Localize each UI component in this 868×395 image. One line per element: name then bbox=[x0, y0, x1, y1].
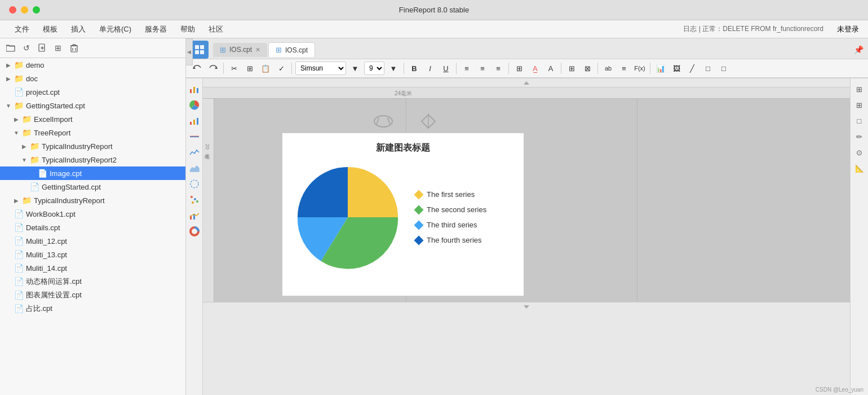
right-panel-btn-2[interactable]: ⊞ bbox=[853, 99, 866, 111]
menu-cell[interactable]: 单元格(C) bbox=[94, 22, 137, 37]
login-status[interactable]: 未登录 bbox=[837, 24, 859, 34]
cell-btn[interactable]: ab bbox=[601, 62, 615, 75]
delete-btn[interactable] bbox=[68, 42, 80, 54]
right-panel-globe-btn[interactable]: ⊙ bbox=[853, 146, 866, 159]
tree-label: Image.cpt bbox=[50, 169, 82, 178]
grid-btn[interactable]: ⊞ bbox=[52, 42, 64, 54]
merge-btn[interactable]: ⊠ bbox=[581, 62, 594, 75]
menu-community[interactable]: 社区 bbox=[203, 22, 229, 37]
area-chart-icon[interactable] bbox=[188, 162, 201, 174]
tree-item-muliti12[interactable]: 📄 Muliti_12.cpt bbox=[0, 234, 185, 248]
scroll-down-btn[interactable] bbox=[203, 302, 850, 311]
tree-label: 图表属性设置.cpt bbox=[26, 290, 82, 300]
align-v-btn[interactable]: ≡ bbox=[617, 62, 631, 75]
svg-rect-21 bbox=[190, 122, 192, 125]
font-size-dropdown[interactable]: ▼ bbox=[387, 62, 400, 75]
sparkline-icon[interactable] bbox=[188, 146, 201, 159]
text-box-btn[interactable]: □ bbox=[701, 62, 715, 75]
table-btn[interactable]: ⊞ bbox=[565, 62, 578, 75]
tree-item-project[interactable]: 📄 project.cpt bbox=[0, 85, 185, 99]
line-btn[interactable]: ╱ bbox=[685, 62, 699, 75]
line-chart-icon[interactable] bbox=[188, 115, 201, 127]
chart-btn[interactable]: 📊 bbox=[654, 62, 667, 75]
donut-icon[interactable] bbox=[188, 225, 201, 238]
highlight-btn[interactable]: A̲ bbox=[528, 62, 542, 75]
tree-item-doc[interactable]: ▶ 📁 doc bbox=[0, 72, 185, 85]
menu-server[interactable]: 服务器 bbox=[139, 22, 172, 37]
tree-item-muliti13[interactable]: 📄 Muliti_13.cpt bbox=[0, 248, 185, 261]
refresh-btn[interactable]: ↺ bbox=[20, 42, 33, 54]
format-painter-btn[interactable]: ✓ bbox=[274, 62, 288, 75]
tree-item-image-cpt[interactable]: 📄 Image.cpt bbox=[0, 166, 185, 180]
shape-btn[interactable]: □ bbox=[717, 62, 730, 75]
tab-pin-btn[interactable]: 📌 bbox=[854, 45, 863, 54]
tree-item-typicalindustry1[interactable]: ▶ 📁 TypicalIndustryReport bbox=[0, 139, 185, 153]
cut-btn[interactable]: ✂ bbox=[227, 62, 241, 75]
right-panel-btn-3[interactable]: □ bbox=[853, 115, 866, 127]
new-file-btn[interactable] bbox=[36, 42, 48, 54]
right-panel-ruler-btn[interactable]: 📐 bbox=[853, 162, 866, 174]
main-layout: ↺ ⊞ ▶ 📁 demo ▶ 📁 doc 📄 project.cpt ▼ bbox=[0, 38, 868, 395]
italic-btn[interactable]: I bbox=[423, 62, 437, 75]
align-center-btn[interactable]: ≡ bbox=[476, 62, 489, 75]
menu-file[interactable]: 文件 bbox=[9, 22, 35, 37]
scroll-up-btn[interactable] bbox=[203, 78, 850, 87]
underline-btn[interactable]: U bbox=[439, 62, 453, 75]
formula-btn[interactable]: F(x) bbox=[633, 62, 646, 75]
file-icon: 📄 bbox=[14, 276, 24, 287]
tree-item-details[interactable]: 📄 Details.cpt bbox=[0, 221, 185, 234]
bold-btn[interactable]: B bbox=[408, 62, 421, 75]
file-icon: 📄 bbox=[14, 87, 24, 97]
tree-item-treereport[interactable]: ▼ 📁 TreeReport bbox=[0, 126, 185, 139]
sidebar-collapse-btn[interactable]: ◀ bbox=[186, 38, 193, 65]
tree-item-zhanbi[interactable]: 📄 占比.cpt bbox=[0, 302, 185, 315]
pie-chart[interactable] bbox=[291, 161, 404, 274]
main-canvas[interactable]: 新建图表标题 bbox=[214, 99, 850, 302]
chart-container[interactable]: 新建图表标题 bbox=[282, 133, 524, 296]
menu-template[interactable]: 模板 bbox=[37, 22, 63, 37]
redo-btn[interactable] bbox=[206, 62, 220, 75]
tab-close-btn[interactable]: ✕ bbox=[255, 46, 260, 54]
tree-item-typicalindustry3[interactable]: ▶ 📁 TypicalIndustryReport bbox=[0, 194, 185, 207]
copy-btn[interactable]: ⊞ bbox=[243, 62, 256, 75]
tree-item-excelimport[interactable]: ▶ 📁 ExcelImport bbox=[0, 112, 185, 126]
tree-item-dynamic[interactable]: 📄 动态格间运算.cpt bbox=[0, 275, 185, 288]
font-size-select[interactable]: 9 bbox=[364, 62, 384, 75]
menu-insert[interactable]: 插入 bbox=[65, 22, 91, 37]
tree-item-gettingstarted2[interactable]: 📄 GettingStarted.cpt bbox=[0, 180, 185, 194]
svg-rect-19 bbox=[197, 88, 198, 93]
tab-ios-1[interactable]: ⊞ IOS.cpt ✕ bbox=[213, 43, 267, 57]
paste-btn[interactable]: 📋 bbox=[259, 62, 272, 75]
tree-item-workbook[interactable]: 📄 WorkBook1.cpt bbox=[0, 207, 185, 221]
right-panel-btn-1[interactable]: ⊞ bbox=[853, 83, 866, 95]
pie-chart-icon[interactable] bbox=[188, 99, 201, 111]
align-left-btn[interactable]: ≡ bbox=[460, 62, 473, 75]
minimize-button[interactable] bbox=[21, 6, 28, 14]
close-button[interactable] bbox=[9, 6, 16, 14]
tree-item-gettingstarted[interactable]: ▼ 📁 GettingStarted.cpt bbox=[0, 99, 185, 112]
open-folder-btn[interactable] bbox=[5, 42, 17, 54]
tab-ios-2[interactable]: ⊞ IOS.cpt bbox=[268, 42, 315, 57]
stacked-icon[interactable] bbox=[188, 130, 201, 143]
radial-icon[interactable] bbox=[188, 178, 201, 190]
scatter-icon[interactable] bbox=[188, 194, 201, 206]
watermark: CSDN @Leo_yuan bbox=[816, 387, 863, 393]
font-color-btn[interactable]: A bbox=[544, 62, 557, 75]
mixed-chart-icon[interactable] bbox=[188, 209, 201, 222]
font-family-dropdown[interactable]: ▼ bbox=[348, 62, 362, 75]
font-family-select[interactable]: Simsun bbox=[295, 62, 346, 75]
maximize-button[interactable] bbox=[33, 6, 40, 14]
align-right-btn[interactable]: ≡ bbox=[491, 62, 505, 75]
divider bbox=[597, 63, 598, 74]
image-btn[interactable]: 🖼 bbox=[670, 62, 683, 75]
menu-help[interactable]: 帮助 bbox=[175, 22, 201, 37]
bar-chart-icon[interactable] bbox=[188, 83, 201, 95]
tree-item-muliti14[interactable]: 📄 Muliti_14.cpt bbox=[0, 261, 185, 275]
tree-item-typicalindustry2[interactable]: ▼ 📁 TypicalIndustryReport2 bbox=[0, 153, 185, 166]
tree-item-chart-props[interactable]: 📄 图表属性设置.cpt bbox=[0, 288, 185, 302]
right-panel-pencil-btn[interactable]: ✏ bbox=[853, 130, 866, 143]
file-icon: 📄 bbox=[14, 304, 24, 314]
border-btn[interactable]: ⊞ bbox=[512, 62, 526, 75]
divider bbox=[456, 63, 457, 74]
tree-item-demo[interactable]: ▶ 📁 demo bbox=[0, 58, 185, 72]
